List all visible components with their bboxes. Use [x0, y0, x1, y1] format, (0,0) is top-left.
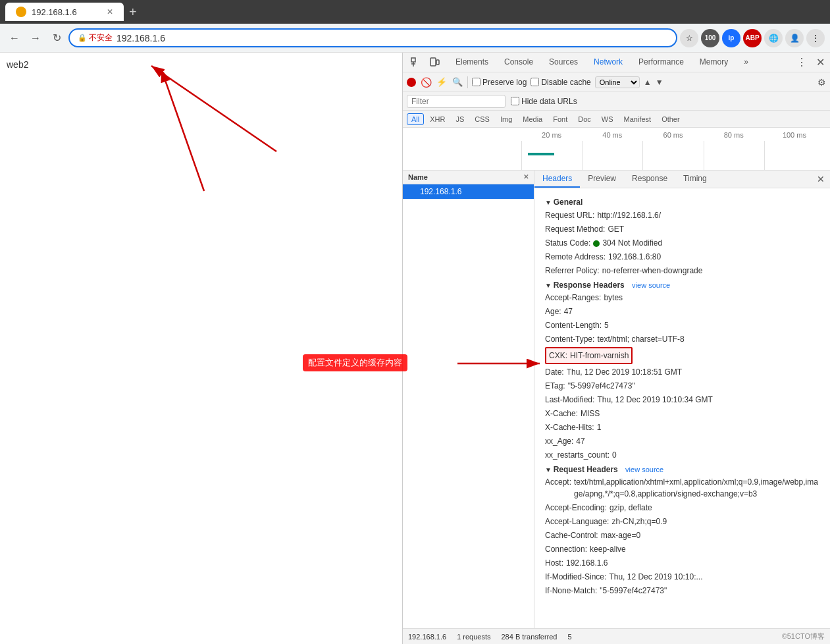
last-modified-key: Last-Modified:	[545, 394, 594, 406]
type-btn-js[interactable]: JS	[451, 113, 469, 125]
browser-content: web2	[0, 53, 830, 644]
filter-input[interactable]	[407, 95, 506, 108]
type-btn-manifest[interactable]: Manifest	[619, 113, 656, 125]
svg-rect-2	[411, 58, 415, 62]
response-headers-section: Response Headers view source	[545, 281, 819, 290]
details-tab-headers[interactable]: Headers	[534, 171, 580, 188]
xx-age-key: xx_Age:	[545, 435, 573, 447]
extension-globe-icon[interactable]: 🌐	[764, 29, 783, 47]
new-tab-button[interactable]: +	[129, 5, 137, 20]
tab-more[interactable]: »	[736, 53, 756, 74]
user-icon[interactable]: 👤	[785, 29, 804, 47]
disable-cache-checkbox[interactable]	[531, 78, 539, 86]
if-modified-since-key: If-Modified-Since:	[545, 571, 606, 583]
if-none-match-key: If-None-Match:	[545, 585, 597, 597]
content-type-row: Content-Type: text/html; charset=UTF-8	[545, 333, 819, 345]
accept-row: Accept: text/html,application/xhtml+xml,…	[545, 476, 819, 500]
type-btn-xhr[interactable]: XHR	[425, 113, 450, 125]
preserve-log-text: Preserve log	[482, 78, 527, 87]
back-button[interactable]: ←	[5, 29, 24, 47]
content-length-row: Content-Length: 5	[545, 319, 819, 331]
status-code-value: 304 Not Modified	[593, 237, 662, 249]
age-key: Age:	[545, 306, 561, 317]
browser-tab[interactable]: 192.168.1.6 ✕	[5, 3, 124, 21]
insecure-label: 不安全	[89, 32, 113, 43]
disable-cache-text: Disable cache	[541, 78, 590, 87]
extension-ip-icon[interactable]: ip	[722, 29, 740, 47]
browser-window: 192.168.1.6 ✕ + ← → ↻ 🔒 不安全 ☆ 100 ip ABP…	[0, 0, 830, 644]
disable-cache-label[interactable]: Disable cache	[531, 78, 590, 87]
star-icon[interactable]: ☆	[680, 29, 698, 47]
preserve-log-label[interactable]: Preserve log	[472, 78, 527, 87]
type-btn-doc[interactable]: Doc	[573, 113, 596, 125]
tab-sources[interactable]: Sources	[541, 53, 586, 74]
type-btn-font[interactable]: Font	[548, 113, 572, 125]
cache-control-row: Cache-Control: max-age=0	[545, 529, 819, 541]
tab-close-btn[interactable]: ✕	[107, 7, 113, 16]
type-btn-img[interactable]: Img	[496, 113, 517, 125]
details-panel: Headers Preview Response Timing ✕ Genera…	[534, 171, 830, 628]
webpage-area: web2	[0, 53, 402, 644]
devtools-close-btn[interactable]: ✕	[811, 56, 830, 68]
tl-label-20ms: 20 ms	[521, 131, 582, 139]
x-cache-key: X-Cache:	[545, 408, 578, 419]
request-headers-view-source[interactable]: view source	[625, 466, 663, 473]
address-bar[interactable]: 🔒 不安全	[68, 28, 677, 47]
record-button[interactable]	[407, 78, 416, 87]
tab-network[interactable]: Network	[586, 53, 631, 74]
insecure-badge: 🔒 不安全	[78, 32, 113, 43]
cache-control-value: max-age=0	[601, 529, 640, 541]
details-tab-timing[interactable]: Timing	[675, 171, 715, 188]
clear-button[interactable]: 🚫	[420, 76, 432, 88]
inspect-element-icon[interactable]	[408, 55, 424, 70]
settings-icon[interactable]: ⚙	[817, 77, 826, 88]
content-length-value: 5	[604, 319, 609, 331]
hide-data-urls-label[interactable]: Hide data URLs	[511, 97, 577, 106]
address-input[interactable]	[117, 33, 668, 43]
tab-memory[interactable]: Memory	[692, 53, 736, 74]
status-dot	[593, 240, 600, 247]
tab-elements[interactable]: Elements	[448, 53, 496, 74]
x-cache-hits-value: 1	[597, 421, 602, 433]
host-value: 192.168.1.6	[566, 557, 608, 569]
tab-console[interactable]: Console	[496, 53, 541, 74]
type-btn-all[interactable]: All	[407, 113, 424, 125]
type-btn-ws[interactable]: WS	[597, 113, 618, 125]
tl-label-100ms: 100 ms	[764, 131, 825, 139]
type-btn-other[interactable]: Other	[657, 113, 685, 125]
status-code-row: Status Code: 304 Not Modified	[545, 237, 819, 249]
tab-performance[interactable]: Performance	[631, 53, 692, 74]
if-none-match-row: If-None-Match: "5-5997ef4c27473"	[545, 585, 819, 597]
menu-icon[interactable]: ⋮	[806, 29, 825, 47]
type-btn-css[interactable]: CSS	[470, 113, 494, 125]
extension-abp-icon[interactable]: ABP	[743, 29, 762, 47]
connection-row: Connection: keep-alive	[545, 543, 819, 555]
request-item-0[interactable]: 192.168.1.6	[403, 184, 534, 199]
last-modified-value: Thu, 12 Dec 2019 10:10:34 GMT	[597, 394, 712, 406]
throttle-select[interactable]: Online Fast 3G Slow 3G Offline	[595, 76, 640, 88]
hide-data-urls-checkbox[interactable]	[511, 97, 519, 105]
accept-key: Accept:	[545, 476, 571, 500]
details-tab-response[interactable]: Response	[624, 171, 675, 188]
close-details-x[interactable]: ✕	[523, 173, 529, 181]
details-tab-preview[interactable]: Preview	[580, 171, 624, 188]
response-headers-view-source[interactable]: view source	[632, 281, 670, 289]
filter-button[interactable]: ⚡	[436, 76, 448, 88]
requests-list: Name ✕ 192.168.1.6	[403, 171, 534, 628]
extension-100-icon[interactable]: 100	[701, 29, 719, 47]
status-extra: 5	[568, 633, 572, 641]
refresh-button[interactable]: ↻	[47, 29, 66, 47]
search-button[interactable]: 🔍	[452, 76, 463, 88]
devtools-more-btn[interactable]: ⋮	[792, 56, 811, 68]
device-toolbar-icon[interactable]	[427, 55, 442, 70]
timeline-area: 20 ms 40 ms 60 ms 80 ms 100 ms	[403, 128, 830, 171]
preserve-log-checkbox[interactable]	[472, 78, 480, 86]
details-close-btn[interactable]: ✕	[812, 171, 830, 188]
devtools-top-bar: Elements Console Sources Network Perform…	[403, 53, 830, 72]
etag-value: "5-5997ef4c27473"	[568, 380, 635, 392]
referrer-policy-row: Referrer Policy: no-referrer-when-downgr…	[545, 265, 819, 277]
host-row: Host: 192.168.1.6	[545, 557, 819, 569]
xx-restarts-row: xx_restarts_count: 0	[545, 449, 819, 461]
forward-button[interactable]: →	[26, 29, 45, 47]
type-btn-media[interactable]: Media	[518, 113, 547, 125]
